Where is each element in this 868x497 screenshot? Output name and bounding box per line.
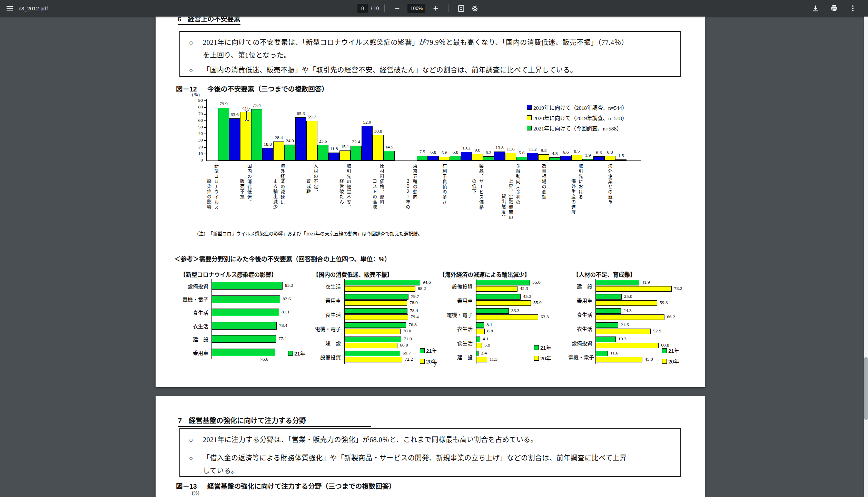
zoom-in-button[interactable] <box>429 1 443 15</box>
fig12-legend-item: 2019年に向けて（2018年調査、n=544） <box>527 104 627 111</box>
fit-page-button[interactable] <box>454 1 468 15</box>
fig12-category-column: 感染症の影響 <box>206 179 212 210</box>
fig13-caption: 図－13 経営基盤の強化に向けて注力する分野（三つまでの複数回答） <box>176 481 396 491</box>
print-icon <box>830 4 838 12</box>
vertical-scrollbar[interactable] <box>864 17 868 497</box>
section7-heading: 7 経営基盤の強化に向けて注力する分野 <box>178 415 371 427</box>
fig12-category-label: 海外企業との競争 <box>593 164 627 205</box>
fig12-category-column: 製品、サービス価格 <box>478 164 484 210</box>
fig12-bar-value: 5.6 <box>513 150 531 156</box>
summary-bullet: ○ 2021年に注力する分野は、「営業・販売力の強化」が68.0％と、これまで同… <box>189 433 673 446</box>
mini-row-label: 電機・電子 <box>312 325 341 332</box>
mini-bar-value: 25.0 <box>624 294 632 299</box>
fig12-bar-value: 1.5 <box>612 153 630 158</box>
fig12-bar <box>582 159 593 160</box>
legend-swatch <box>288 351 293 356</box>
fig13-unit-label: (%) <box>192 490 199 496</box>
fig12-bar <box>284 145 295 160</box>
mini-bar <box>344 337 401 342</box>
rotate-icon <box>471 4 479 12</box>
download-icon <box>811 4 820 12</box>
fig12-category-label: 新型コロナウイルス感染症の影響 <box>196 164 229 210</box>
legend-label: 20年 <box>668 358 679 365</box>
mini-bar <box>596 337 616 342</box>
mini-legend-item: 21年 <box>662 347 679 354</box>
fig12-category-column: 有利子負債の多さ <box>441 164 448 205</box>
plus-icon <box>432 4 440 12</box>
legend-swatch <box>420 348 425 353</box>
fig12-y-tick <box>204 147 206 148</box>
mini-bar-value: 21.6 <box>621 322 629 328</box>
fig13-label: 図－13 <box>176 481 197 491</box>
fig12-y-tick-label: 90 <box>190 98 203 103</box>
mini-bar-value: 19.3 <box>618 336 627 342</box>
fig12-category-label: 海外経済の減速による輸出減少 <box>262 164 295 210</box>
print-button[interactable] <box>827 1 841 15</box>
mini-bar-value: 78.0 <box>410 300 418 305</box>
mini-bar <box>596 314 664 320</box>
legend-swatch <box>420 359 425 364</box>
mini-row-label: 設備投資 <box>568 339 592 347</box>
mini-bar-value: 72.2 <box>405 357 413 362</box>
fig12-bar <box>560 156 571 160</box>
mini-row-label: 乗用車 <box>439 297 473 304</box>
legend-label: 2019年に向けて（2018年調査、n=544） <box>533 104 627 111</box>
scrollbar-thumb[interactable] <box>864 357 868 420</box>
fig12-bar-value: 77.4 <box>248 103 266 108</box>
mini-row-label: 食生活 <box>177 309 208 316</box>
mini-row-label: 電機・電子 <box>439 311 473 318</box>
mini-bar-value: 79.7 <box>411 294 419 299</box>
mini-bar <box>596 294 622 300</box>
fig12-unit-label: (%) <box>192 92 200 98</box>
fig12-category-label: 東京五輪の動向２０２１年の <box>395 164 428 210</box>
fig12-category-column: 取引先における <box>577 164 584 200</box>
mini-bar <box>476 357 487 362</box>
menu-button[interactable] <box>3 1 17 15</box>
mini-bar-value: 5.9 <box>484 342 490 348</box>
mini-row-label: 電機・電子 <box>568 353 592 361</box>
mini-bar <box>596 343 659 348</box>
fig12-category-label: 原材料価格、燃料コストの高騰 <box>362 164 395 210</box>
legend-swatch <box>527 115 532 120</box>
mini-bar-value: 55.0 <box>532 280 541 285</box>
page-number-input[interactable]: 8 <box>357 4 368 13</box>
mini-bar <box>476 351 479 356</box>
rotate-button[interactable] <box>468 1 482 15</box>
mini-row-label: 乗用車 <box>177 349 208 356</box>
fig12-y-tick-label: 80 <box>190 104 203 110</box>
pdf-page-7: 6 経営上の不安要素 ○ 2021年に向けての不安要素は、「新型コロナウイルス感… <box>156 17 705 387</box>
fig12-bar-value: 4.8 <box>546 151 564 156</box>
fig12-category-column: 為替相場の変動 <box>541 164 547 200</box>
section7-summary-box: ○ 2021年に注力する分野は、「営業・販売力の強化」が68.0％と、これまで同… <box>179 428 681 477</box>
mini-chart-ref-jinzai: 【人材の不足、育成難】建 設41.973.2乗用車25.059.3食生活24.3… <box>568 270 703 371</box>
fig13-title: 経営基盤の強化に向けて注力する分野（三つまでの複数回答） <box>207 481 396 491</box>
fig12-category-column: 海外経済の減速に <box>279 164 286 205</box>
page-count-label: / 10 <box>371 6 379 11</box>
mini-bar <box>476 314 538 320</box>
mini-bar-value: 76.6 <box>260 357 268 362</box>
mini-bar-value: 82.6 <box>283 296 291 302</box>
mini-chart-ref-covid: 【新型コロナウイルス感染症の影響】設備投資85.3電機・電子82.6食生活81.… <box>177 270 313 371</box>
mini-bar-value: 42.3 <box>520 286 528 291</box>
fig12-bar <box>549 157 560 160</box>
fig12-bar-value: 22.4 <box>347 139 365 145</box>
mini-bar-value: 71.0 <box>404 336 412 342</box>
zoom-out-button[interactable] <box>390 1 404 15</box>
download-button[interactable] <box>809 1 822 15</box>
mini-bar <box>476 329 485 334</box>
fig12-y-tick <box>204 120 206 121</box>
mini-bar-value: 70.0 <box>403 328 411 334</box>
more-options-button[interactable] <box>846 1 860 15</box>
mini-bar-value: 59.3 <box>660 300 668 305</box>
mini-row-label: 電機・電子 <box>177 296 208 303</box>
mini-bar <box>344 314 408 320</box>
zoom-level[interactable]: 100% <box>407 4 425 13</box>
mini-bar <box>212 349 275 356</box>
legend-swatch <box>662 359 667 364</box>
pdf-toolbar: c3_2012.pdf 8 / 10 100% <box>0 0 868 17</box>
mini-bar <box>212 295 280 303</box>
mini-bar <box>596 286 672 292</box>
fig12-bar-value: 79.9 <box>215 101 233 107</box>
legend-label: 21年 <box>668 347 679 354</box>
mini-bar <box>344 351 400 356</box>
